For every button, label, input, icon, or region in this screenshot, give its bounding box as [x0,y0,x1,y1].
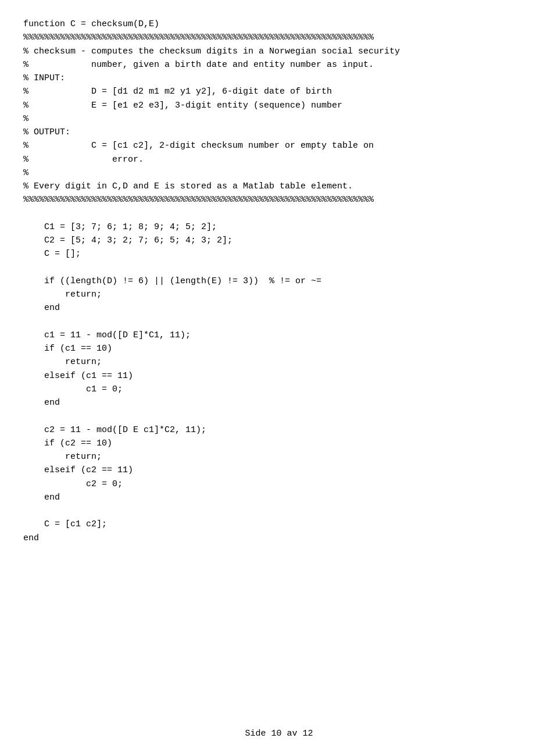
code-line: return; [23,288,535,301]
code-line: end [23,396,535,409]
code-line [23,409,535,423]
code-line: return; [23,450,535,463]
code-line [23,315,535,329]
code-line: function C = checksum(D,E) [23,17,535,31]
code-line: % Every digit in C,D and E is stored as … [23,180,535,193]
code-line [23,504,535,518]
code-line: c1 = 0; [23,383,535,396]
page-number: Side 10 av 12 [245,729,313,739]
code-line: % [23,166,535,180]
code-line: c1 = 11 - mod([D E]*C1, 11); [23,329,535,342]
code-line: if (c2 == 10) [23,437,535,450]
code-line: % error. [23,153,535,166]
code-line: % INPUT: [23,72,535,85]
code-line: if ((length(D) != 6) || (length(E) != 3)… [23,274,535,288]
code-line: % D = [d1 d2 m1 m2 y1 y2], 6-digit date … [23,85,535,98]
code-line: %%%%%%%%%%%%%%%%%%%%%%%%%%%%%%%%%%%%%%%%… [23,193,535,206]
code-line [23,261,535,274]
page-footer: Side 10 av 12 [0,717,558,756]
code-line: return; [23,355,535,369]
code-line: % OUTPUT: [23,126,535,139]
code-line: % C = [c1 c2], 2-digit checksum number o… [23,139,535,152]
code-block: function C = checksum(D,E)%%%%%%%%%%%%%%… [0,0,558,717]
code-line: C = [c1 c2]; [23,518,535,531]
code-line: c2 = 11 - mod([D E c1]*C2, 11); [23,423,535,437]
code-line: end [23,301,535,315]
code-line: %%%%%%%%%%%%%%%%%%%%%%%%%%%%%%%%%%%%%%%%… [23,31,535,44]
code-line: % E = [e1 e2 e3], 3-digit entity (sequen… [23,99,535,112]
code-line: % number, given a birth date and entity … [23,58,535,72]
code-line: C1 = [3; 7; 6; 1; 8; 9; 4; 5; 2]; [23,220,535,234]
code-line: % checksum - computes the checksum digit… [23,45,535,58]
code-line: % [23,112,535,126]
code-line: C = []; [23,247,535,261]
code-line [23,207,535,220]
code-line: if (c1 == 10) [23,342,535,355]
code-line: end [23,491,535,504]
code-line: C2 = [5; 4; 3; 2; 7; 6; 5; 4; 3; 2]; [23,234,535,247]
code-line: elseif (c1 == 11) [23,369,535,383]
code-line: c2 = 0; [23,477,535,491]
code-line: end [23,532,535,545]
code-line: elseif (c2 == 11) [23,463,535,477]
